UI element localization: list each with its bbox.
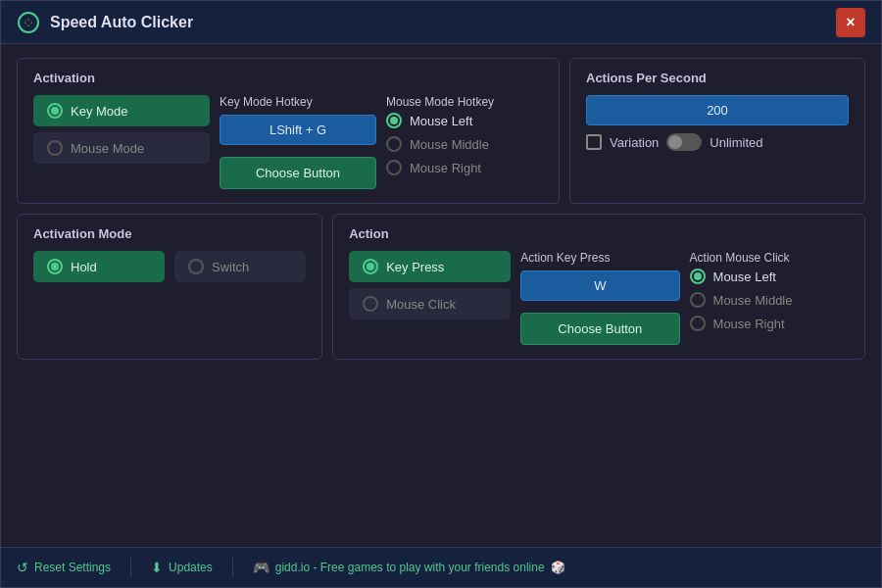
action-mouse-right-option[interactable]: Mouse Right (690, 312, 849, 335)
activation-mode-title: Activation Mode (33, 226, 306, 241)
activation-mode-section: Activation Mode Hold Switch (17, 214, 322, 360)
updates-link[interactable]: ⬇ Updates (151, 560, 213, 575)
reset-settings-link[interactable]: ↺ Reset Settings (17, 560, 111, 575)
mouse-click-label: Mouse Click (386, 297, 456, 312)
mouse-middle-option[interactable]: Mouse Middle (386, 132, 543, 156)
hold-button[interactable]: Hold (33, 251, 165, 282)
activation-mode-content: Hold Switch (33, 251, 306, 282)
mouse-middle-radio (386, 136, 402, 152)
key-mode-button[interactable]: Key Mode (33, 95, 210, 126)
mouse-middle-label: Mouse Middle (410, 137, 489, 152)
reset-label: Reset Settings (34, 561, 111, 574)
footer-divider-1 (130, 558, 131, 577)
mouse-hotkey-section: Mouse Mode Hotkey Mouse Left Mouse Middl… (386, 95, 543, 189)
mouse-left-label: Mouse Left (410, 114, 472, 128)
aps-section: Actions Per Second 200 Variation Unlimit… (569, 58, 865, 204)
action-mouse-middle-label: Mouse Middle (713, 293, 793, 308)
key-mode-label: Key Mode (71, 104, 128, 119)
title-left: Speed Auto Clicker (17, 11, 193, 34)
action-mouse-left-label: Mouse Left (713, 270, 776, 284)
aps-content: 200 Variation Unlimited (586, 95, 849, 151)
mouse-hotkey-label: Mouse Mode Hotkey (386, 95, 543, 109)
action-left: Key Press Mouse Click (349, 251, 511, 345)
mouse-click-button[interactable]: Mouse Click (349, 288, 511, 319)
aps-title: Actions Per Second (586, 71, 849, 85)
main-window: Speed Auto Clicker × Activation Key Mode (0, 0, 882, 588)
switch-button[interactable]: Switch (174, 251, 306, 282)
bottom-bar: ↺ Reset Settings ⬇ Updates 🎮 gidd.io - F… (1, 547, 881, 587)
mouse-left-radio (386, 113, 402, 128)
gidd-link[interactable]: 🎮 gidd.io - Free games to play with your… (253, 560, 565, 575)
gidd-icon: 🎮 (253, 560, 270, 575)
activation-section: Activation Key Mode Mouse Mode (17, 58, 560, 204)
gidd-dice-icon: 🎲 (551, 561, 565, 574)
unlimited-toggle[interactable] (666, 133, 702, 151)
aps-input[interactable]: 200 (586, 95, 849, 125)
content-area: Activation Key Mode Mouse Mode (1, 44, 881, 547)
action-content: Key Press Mouse Click Action Key Press W… (349, 251, 849, 345)
hotkey-input[interactable]: LShift + G (220, 115, 376, 145)
window-title: Speed Auto Clicker (50, 14, 193, 31)
mouse-mode-button[interactable]: Mouse Mode (33, 132, 210, 164)
action-key-press-section: Action Key Press W Choose Button (520, 251, 679, 345)
close-button[interactable]: × (836, 8, 865, 37)
key-press-radio (363, 259, 378, 274)
action-mouse-middle-option[interactable]: Mouse Middle (690, 288, 849, 312)
gidd-label: gidd.io - Free games to play with your f… (275, 561, 545, 574)
hotkey-label: Key Mode Hotkey (220, 95, 376, 109)
svg-point-1 (25, 20, 31, 25)
action-mouse-right-label: Mouse Right (713, 317, 785, 331)
hold-label: Hold (71, 260, 97, 274)
mouse-right-label: Mouse Right (410, 161, 481, 175)
action-choose-button[interactable]: Choose Button (520, 313, 679, 345)
mouse-right-option[interactable]: Mouse Right (386, 156, 543, 179)
action-mouse-left-radio (690, 269, 706, 284)
action-mouse-left-option[interactable]: Mouse Left (690, 265, 849, 288)
bottom-row: Activation Mode Hold Switch Action (17, 214, 865, 360)
activation-content: Key Mode Mouse Mode Key Mode Hotkey LShi… (33, 95, 543, 189)
switch-label: Switch (212, 260, 249, 274)
mouse-mode-radio (47, 140, 63, 156)
hotkey-section: Key Mode Hotkey LShift + G Choose Button (220, 95, 376, 189)
action-key-input[interactable]: W (520, 270, 679, 301)
action-mouse-right-radio (690, 316, 706, 331)
variation-row: Variation Unlimited (586, 133, 849, 151)
mouse-click-radio (363, 296, 378, 312)
activation-left: Key Mode Mouse Mode (33, 95, 210, 189)
action-section: Action Key Press Mouse Click (332, 214, 865, 360)
action-mouse-middle-radio (690, 292, 706, 308)
switch-radio (188, 259, 204, 274)
action-mouse-label: Action Mouse Click (690, 251, 849, 265)
key-mode-radio (47, 103, 63, 119)
title-bar: Speed Auto Clicker × (1, 1, 881, 44)
key-press-button[interactable]: Key Press (349, 251, 511, 282)
variation-label: Variation (610, 135, 659, 150)
reset-icon: ↺ (17, 560, 28, 575)
action-key-press-label: Action Key Press (520, 251, 679, 265)
top-row: Activation Key Mode Mouse Mode (17, 58, 865, 204)
mouse-left-option[interactable]: Mouse Left (386, 109, 543, 132)
action-mouse-section: Action Mouse Click Mouse Left Mouse Midd… (690, 251, 849, 345)
key-mode-choose-button[interactable]: Choose Button (220, 157, 376, 189)
variation-checkbox[interactable] (586, 134, 602, 150)
mouse-mode-label: Mouse Mode (71, 141, 144, 156)
action-title: Action (349, 226, 849, 241)
key-press-label: Key Press (386, 260, 444, 274)
footer-divider-2 (232, 558, 233, 577)
mouse-right-radio (386, 160, 402, 175)
updates-label: Updates (169, 561, 213, 574)
activation-title: Activation (33, 71, 543, 85)
hold-radio (47, 259, 63, 274)
unlimited-label: Unlimited (710, 135, 762, 150)
app-icon (17, 11, 40, 34)
updates-icon: ⬇ (151, 560, 163, 575)
